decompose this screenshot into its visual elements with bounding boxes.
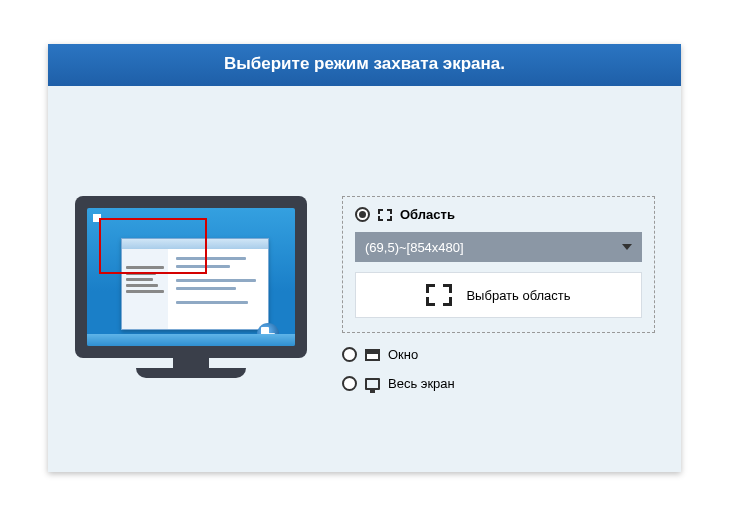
window-radio[interactable]: Окно [342, 347, 655, 362]
radio-icon [342, 347, 357, 362]
fullscreen-radio[interactable]: Весь экран [342, 376, 655, 391]
radio-icon [342, 376, 357, 391]
region-size-dropdown[interactable]: (69,5)~[854x480] [355, 232, 642, 262]
monitor-illustration [66, 196, 316, 378]
radio-icon [355, 207, 370, 222]
dropdown-value: (69,5)~[854x480] [365, 240, 464, 255]
capture-options: Область (69,5)~[854x480] Выбрать область [342, 196, 655, 391]
region-highlight [99, 218, 207, 274]
window-icon [365, 349, 380, 361]
select-region-button[interactable]: Выбрать область [355, 272, 642, 318]
select-region-label: Выбрать область [466, 288, 570, 303]
capture-mode-panel: Выберите режим захвата экрана. [48, 44, 681, 472]
window-label: Окно [388, 347, 418, 362]
region-option-box: Область (69,5)~[854x480] Выбрать область [342, 196, 655, 333]
chevron-down-icon [622, 244, 632, 250]
region-select-icon [426, 284, 452, 306]
region-radio[interactable]: Область [355, 207, 642, 222]
region-label: Область [400, 207, 455, 222]
fullscreen-icon [365, 378, 380, 390]
panel-content: Область (69,5)~[854x480] Выбрать область [48, 86, 681, 472]
region-icon [378, 209, 392, 221]
fullscreen-label: Весь экран [388, 376, 455, 391]
panel-title: Выберите режим захвата экрана. [48, 44, 681, 86]
